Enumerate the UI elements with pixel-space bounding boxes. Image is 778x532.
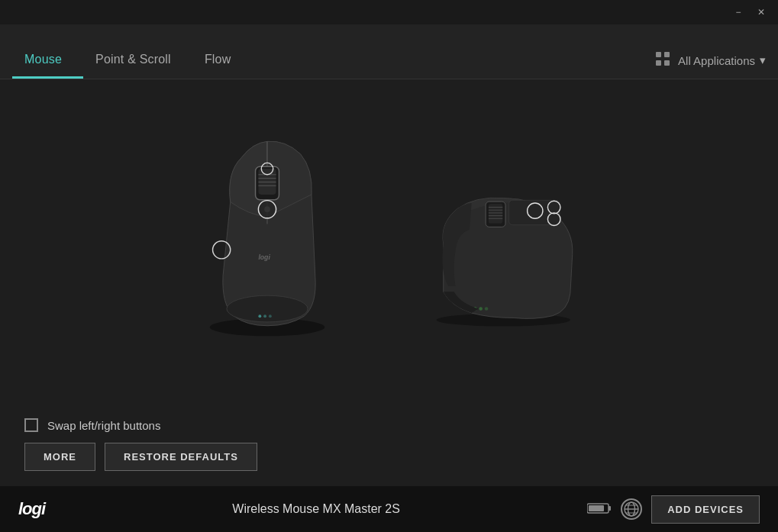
svg-rect-38 bbox=[589, 505, 604, 511]
restore-defaults-button[interactable]: RESTORE DEFAULTS bbox=[105, 443, 257, 471]
svg-rect-2 bbox=[656, 60, 661, 66]
footer-right: ADD DEVICES bbox=[587, 495, 760, 524]
title-bar-controls: − ✕ bbox=[728, 5, 772, 20]
footer: logi Wireless Mouse MX Master 2S bbox=[0, 486, 778, 532]
add-devices-button[interactable]: ADD DEVICES bbox=[651, 495, 760, 524]
battery-icon bbox=[587, 499, 612, 519]
bottom-controls: Swap left/right buttons MORE RESTORE DEF… bbox=[0, 406, 778, 486]
button-row: MORE RESTORE DEFAULTS bbox=[24, 443, 754, 471]
nav-right: All Applications ▾ bbox=[655, 51, 766, 79]
svg-point-18 bbox=[258, 314, 261, 318]
app-window: − ✕ Mouse Point & Scroll Flow bbox=[0, 0, 778, 532]
device-name: Wireless Mouse MX Master 2S bbox=[45, 502, 587, 516]
svg-point-34 bbox=[479, 307, 483, 311]
main-content: logi bbox=[0, 79, 778, 486]
tab-mouse[interactable]: Mouse bbox=[12, 24, 83, 79]
mouse-main-view: logi bbox=[191, 128, 344, 342]
svg-point-17 bbox=[226, 295, 307, 322]
grid-icon bbox=[655, 51, 670, 69]
svg-rect-0 bbox=[656, 52, 661, 57]
swap-checkbox[interactable] bbox=[24, 418, 38, 432]
mouse-side-view bbox=[405, 182, 588, 334]
svg-rect-22 bbox=[508, 200, 559, 224]
swap-row: Swap left/right buttons bbox=[24, 418, 754, 432]
svg-point-20 bbox=[268, 314, 271, 318]
svg-rect-1 bbox=[664, 52, 670, 57]
svg-rect-3 bbox=[664, 60, 670, 66]
tab-point-scroll[interactable]: Point & Scroll bbox=[83, 24, 192, 79]
logi-logo: logi bbox=[18, 499, 45, 519]
close-button[interactable]: ✕ bbox=[751, 5, 772, 20]
svg-rect-37 bbox=[609, 506, 611, 511]
svg-point-14 bbox=[264, 206, 270, 212]
svg-text:logi: logi bbox=[258, 253, 270, 261]
more-button[interactable]: MORE bbox=[24, 443, 95, 471]
svg-point-35 bbox=[484, 307, 488, 311]
mouse-display: logi bbox=[0, 79, 778, 406]
nav-tabs: Mouse Point & Scroll Flow bbox=[12, 24, 252, 79]
swap-label: Swap left/right buttons bbox=[47, 419, 160, 432]
minimize-button[interactable]: − bbox=[728, 5, 749, 20]
svg-point-19 bbox=[263, 314, 266, 318]
mouse-front-svg: logi bbox=[191, 128, 344, 342]
nav-bar: Mouse Point & Scroll Flow All Applicatio… bbox=[0, 24, 778, 79]
svg-rect-27 bbox=[488, 204, 502, 224]
globe-icon bbox=[621, 498, 642, 520]
title-bar: − ✕ bbox=[0, 0, 778, 24]
mouse-side-svg bbox=[405, 182, 588, 334]
tab-flow[interactable]: Flow bbox=[192, 24, 253, 79]
app-selector-button[interactable]: All Applications ▾ bbox=[678, 53, 766, 67]
